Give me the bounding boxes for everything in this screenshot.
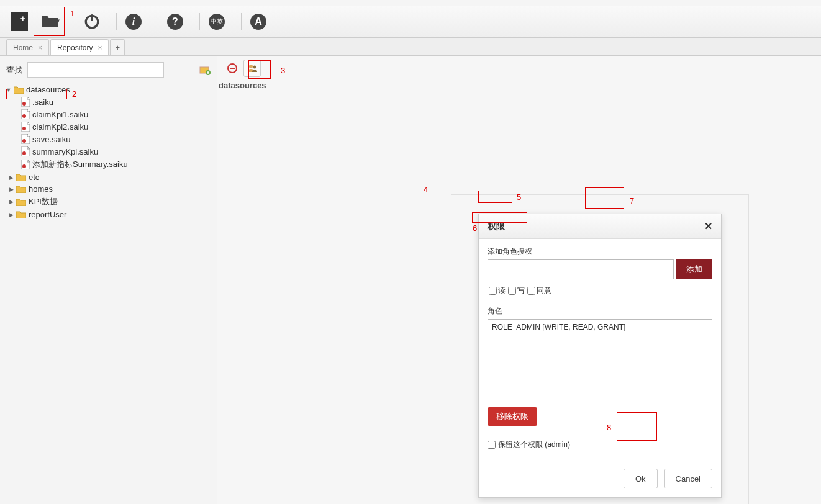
chevron-right-icon: ▶ bbox=[7, 174, 15, 181]
main-area: 查找 ▼ datasources .saikuclaimKpi1.saikucl… bbox=[0, 56, 821, 504]
close-icon[interactable]: × bbox=[38, 43, 42, 52]
write-checkbox-label[interactable]: 写 bbox=[508, 286, 525, 296]
toolbar-separator bbox=[75, 13, 75, 30]
dialog-annotation-wrapper: 权限 ✕ 添加角色授权 添加 读 写 同意 角色 bbox=[451, 194, 749, 504]
browser-tab-strip bbox=[0, 0, 821, 6]
open-button[interactable] bbox=[39, 10, 62, 34]
power-icon bbox=[84, 13, 100, 31]
file-icon bbox=[21, 122, 30, 132]
search-input[interactable] bbox=[27, 62, 164, 78]
folder-refresh-icon bbox=[199, 65, 211, 76]
new-document-icon bbox=[11, 12, 28, 31]
tab-repository[interactable]: Repository × bbox=[50, 39, 109, 55]
cancel-button[interactable]: Cancel bbox=[664, 469, 712, 488]
tree-label: .saiku bbox=[32, 97, 53, 107]
close-icon[interactable]: ✕ bbox=[704, 220, 712, 232]
tree-file[interactable]: .saiku bbox=[19, 96, 214, 108]
agree-checkbox-label[interactable]: 同意 bbox=[527, 286, 551, 296]
tree-label: summaryKpi.saiku bbox=[32, 147, 98, 156]
keep-permission-label: 保留这个权限 (admin) bbox=[498, 439, 570, 450]
content-area: datasources 权限 ✕ 添加角色授权 添加 读 写 bbox=[217, 56, 821, 504]
chevron-right-icon: ▶ bbox=[7, 211, 15, 218]
chevron-right-icon: ▶ bbox=[7, 198, 15, 205]
tree-file[interactable]: summaryKpi.saiku bbox=[19, 145, 214, 158]
tree-children: .saikuclaimKpi1.saikuclaimKpi2.saikusave… bbox=[2, 96, 214, 171]
tab-home[interactable]: Home × bbox=[6, 39, 49, 55]
close-icon[interactable]: × bbox=[98, 43, 102, 52]
tab-strip: Home × Repository × + bbox=[0, 38, 821, 56]
svg-point-8 bbox=[22, 151, 26, 155]
svg-point-12 bbox=[249, 65, 253, 68]
open-folder-icon bbox=[41, 13, 60, 31]
add-button[interactable]: 添加 bbox=[676, 259, 712, 279]
read-checkbox-label[interactable]: 读 bbox=[489, 286, 506, 296]
tab-label: Repository bbox=[57, 43, 93, 52]
admin-button[interactable]: A bbox=[247, 10, 270, 34]
roles-label: 角色 bbox=[488, 306, 712, 317]
svg-point-6 bbox=[22, 127, 26, 130]
refresh-button[interactable] bbox=[199, 65, 211, 76]
tree-label: 添加新指标Summary.saiku bbox=[32, 159, 128, 170]
delete-button[interactable] bbox=[224, 60, 241, 77]
tree-file[interactable]: 添加新指标Summary.saiku bbox=[19, 158, 214, 171]
tree-label: etc bbox=[29, 173, 39, 182]
tree-file[interactable]: claimKpi2.saiku bbox=[19, 120, 214, 133]
tree-file[interactable]: save.saiku bbox=[19, 133, 214, 145]
toolbar-separator bbox=[241, 13, 242, 30]
role-input[interactable] bbox=[488, 259, 674, 279]
svg-point-13 bbox=[253, 66, 256, 69]
svg-point-7 bbox=[22, 139, 26, 143]
role-item[interactable]: ROLE_ADMIN [WRITE, READ, GRANT] bbox=[491, 322, 709, 332]
tree-folder[interactable]: ▶etc bbox=[2, 171, 214, 183]
tab-label: Home bbox=[13, 43, 33, 52]
tree-file[interactable]: claimKpi1.saiku bbox=[19, 108, 214, 120]
main-toolbar: i ? 中英 A bbox=[0, 6, 821, 38]
permissions-dialog: 权限 ✕ 添加角色授权 添加 读 写 同意 角色 bbox=[478, 214, 722, 498]
chevron-down-icon: ▼ bbox=[5, 86, 12, 94]
help-icon: ? bbox=[167, 14, 183, 30]
content-toolbar bbox=[217, 56, 821, 81]
language-icon: 中英 bbox=[209, 14, 225, 30]
new-button[interactable] bbox=[7, 10, 31, 34]
search-label: 查找 bbox=[6, 65, 22, 76]
ok-button[interactable]: Ok bbox=[624, 469, 658, 488]
folder-icon bbox=[16, 198, 26, 206]
tree-folder[interactable]: ▶homes bbox=[2, 183, 214, 195]
dialog-title: 权限 bbox=[488, 221, 505, 232]
tree-folder-datasources[interactable]: ▼ datasources bbox=[2, 84, 214, 96]
tree-label: save.saiku bbox=[32, 135, 70, 144]
sidebar: 查找 ▼ datasources .saikuclaimKpi1.saikucl… bbox=[0, 56, 217, 504]
toolbar-separator bbox=[158, 13, 158, 30]
dialog-body: 添加角色授权 添加 读 写 同意 角色 ROLE_ADMIN [WRITE, R… bbox=[479, 239, 721, 457]
remove-permission-button[interactable]: 移除权限 bbox=[488, 407, 537, 426]
admin-icon: A bbox=[250, 14, 266, 30]
svg-point-4 bbox=[22, 102, 26, 106]
tree-folder[interactable]: ▶KPI数据 bbox=[2, 195, 214, 209]
svg-point-5 bbox=[22, 114, 26, 118]
file-icon bbox=[21, 97, 30, 107]
file-tree: ▼ datasources .saikuclaimKpi1.saikuclaim… bbox=[0, 84, 217, 227]
keep-permission-checkbox[interactable] bbox=[488, 441, 496, 449]
help-button[interactable]: ? bbox=[163, 10, 187, 34]
write-checkbox[interactable] bbox=[508, 287, 516, 295]
permissions-button[interactable] bbox=[243, 60, 261, 77]
logout-button[interactable] bbox=[80, 10, 104, 34]
tree-label: claimKpi1.saiku bbox=[32, 110, 88, 119]
file-icon bbox=[21, 109, 30, 119]
read-checkbox[interactable] bbox=[489, 287, 497, 295]
tree-folder[interactable]: ▶reportUser bbox=[2, 209, 214, 220]
folder-icon bbox=[14, 86, 24, 94]
file-icon bbox=[21, 134, 30, 144]
toolbar-separator bbox=[116, 13, 117, 30]
roles-listbox[interactable]: ROLE_ADMIN [WRITE, READ, GRANT] bbox=[488, 319, 712, 398]
permissions-checkbox-row: 读 写 同意 bbox=[488, 284, 712, 297]
info-button[interactable]: i bbox=[122, 10, 145, 34]
add-role-label: 添加角色授权 bbox=[488, 246, 712, 257]
tree-label: datasources bbox=[26, 85, 70, 94]
chevron-right-icon: ▶ bbox=[7, 186, 15, 193]
add-tab-button[interactable]: + bbox=[110, 39, 125, 55]
agree-checkbox[interactable] bbox=[527, 287, 535, 295]
permissions-icon bbox=[247, 63, 258, 74]
tree-label: reportUser bbox=[29, 210, 66, 219]
language-button[interactable]: 中英 bbox=[205, 10, 229, 34]
